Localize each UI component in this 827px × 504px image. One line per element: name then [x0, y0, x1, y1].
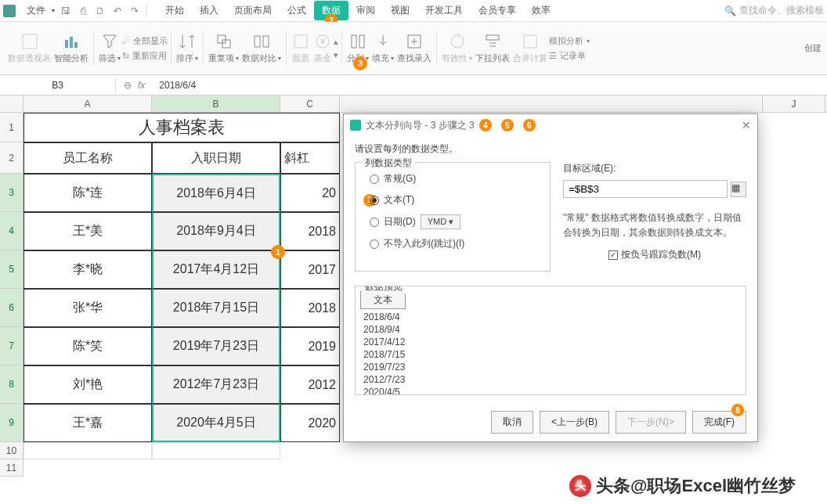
row-header-11[interactable]: 11: [0, 459, 23, 477]
cell-date[interactable]: 2018年6月4日: [152, 174, 280, 212]
empty-cell[interactable]: [152, 442, 280, 459]
radio-date[interactable]: 日期(D) YMD ▾: [370, 214, 539, 229]
cell-date[interactable]: 2019年7月23日: [152, 327, 280, 365]
filter-button[interactable]: 筛选▾: [97, 31, 122, 66]
cell-c[interactable]: 2020: [280, 404, 340, 442]
cell-name[interactable]: 陈*连: [23, 174, 152, 212]
stock-button[interactable]: 股票: [290, 31, 312, 66]
header-slash[interactable]: 斜杠: [280, 142, 340, 174]
smart-analysis-button[interactable]: 智能分析: [52, 31, 90, 66]
cell-name[interactable]: 刘*艳: [23, 365, 152, 404]
cell-c[interactable]: 2017: [280, 250, 340, 289]
print-icon[interactable]: ⎙: [77, 5, 89, 17]
tab-data[interactable]: 数据 2: [314, 1, 348, 20]
pivot-button[interactable]: 数据透视表: [6, 31, 52, 66]
cell-c[interactable]: 2018: [280, 289, 340, 327]
radio-general[interactable]: 常规(G): [370, 172, 539, 185]
search-box[interactable]: 🔍 查找命令、搜索模板: [724, 4, 824, 17]
text-to-columns-button[interactable]: 分列▾ 3: [345, 31, 370, 66]
col-header-c[interactable]: C: [280, 95, 340, 112]
create-button[interactable]: 创建: [799, 22, 827, 74]
datatype-down[interactable]: ▾: [334, 50, 338, 60]
chevron-down-icon[interactable]: ▾: [52, 7, 55, 14]
tab-dev[interactable]: 开发工具: [417, 1, 471, 20]
formula-input[interactable]: 2018/6/4: [153, 80, 202, 91]
tab-layout[interactable]: 页面布局: [226, 1, 280, 20]
cell-c[interactable]: 2012: [280, 365, 340, 404]
reapply-button[interactable]: ↻重新应用: [122, 50, 168, 62]
tab-start[interactable]: 开始: [157, 1, 192, 20]
dropdown-list-button[interactable]: 下拉列表: [474, 31, 511, 66]
row-header[interactable]: 3: [0, 174, 23, 212]
datatype-up[interactable]: ▴: [334, 37, 338, 47]
row-header[interactable]: 7: [0, 327, 23, 365]
cell-name[interactable]: 李*晓: [23, 250, 152, 289]
back-button[interactable]: <上一步(B): [540, 411, 609, 434]
cell-date[interactable]: 2017年4月12日 1: [152, 250, 280, 289]
preview-icon[interactable]: 🗋: [94, 5, 107, 17]
row-header[interactable]: 9: [0, 404, 23, 442]
tab-vip[interactable]: 会员专享: [471, 1, 524, 20]
cell-name[interactable]: 陈*笑: [23, 327, 152, 365]
undo-icon[interactable]: ↶: [111, 5, 124, 17]
cell-c[interactable]: 20: [280, 174, 340, 212]
tab-insert[interactable]: 插入: [192, 1, 226, 20]
cell-c[interactable]: 2019: [280, 327, 340, 365]
cell-name[interactable]: 王*嘉: [23, 404, 152, 442]
row-header-2[interactable]: 2: [0, 142, 23, 174]
fund-button[interactable]: ¥基金: [312, 31, 334, 66]
cell-c[interactable]: 2018: [280, 212, 340, 250]
cell-date[interactable]: 2018年9月4日: [152, 212, 280, 250]
cell-date[interactable]: 2020年4月5日: [152, 404, 280, 442]
col-header-a[interactable]: A: [23, 95, 152, 112]
simulation-button[interactable]: 模拟分析▾: [549, 35, 590, 47]
range-select-icon[interactable]: ▦: [731, 182, 746, 197]
redo-icon[interactable]: ↷: [128, 5, 141, 17]
row-header[interactable]: 4: [0, 212, 23, 250]
tab-view[interactable]: 视图: [383, 1, 417, 20]
data-compare-button[interactable]: 数据对比▾: [240, 31, 283, 66]
radio-skip[interactable]: 不导入此列(跳过)(I): [370, 237, 539, 250]
tab-review[interactable]: 审阅: [348, 1, 383, 20]
validity-button[interactable]: 有效性▾: [440, 31, 474, 66]
sort-button[interactable]: 排序▾: [175, 31, 200, 66]
cell-date[interactable]: 2018年7月15日: [152, 289, 280, 327]
cell-date[interactable]: 2012年7月23日: [152, 365, 280, 404]
title-cell[interactable]: 人事档案表: [23, 113, 340, 142]
show-all-button[interactable]: ☄全部显示: [122, 35, 168, 47]
col-header-b[interactable]: B: [152, 95, 280, 112]
row-header[interactable]: 8: [0, 365, 23, 404]
col-header-j[interactable]: J: [763, 95, 825, 112]
fx-icon[interactable]: fx: [138, 80, 145, 91]
finish-button[interactable]: 8 完成(F): [692, 411, 746, 434]
negative-checkbox[interactable]: ✓按负号跟踪负数(M): [563, 248, 746, 261]
tab-formula[interactable]: 公式: [280, 1, 314, 20]
header-date[interactable]: 入职日期: [152, 142, 280, 174]
save-icon[interactable]: 🖫: [60, 5, 72, 17]
row-header[interactable]: 6: [0, 289, 23, 327]
date-format-select[interactable]: YMD ▾: [421, 214, 461, 229]
select-all-corner[interactable]: [0, 95, 23, 112]
row-header[interactable]: 5: [0, 250, 23, 289]
cancel-button[interactable]: 取消: [491, 411, 533, 434]
menu-file[interactable]: 文件: [20, 1, 52, 20]
cell-name[interactable]: 张*华: [23, 289, 152, 327]
header-name[interactable]: 员工名称: [23, 142, 152, 174]
dialog-titlebar[interactable]: 文本分列向导 - 3 步骤之 3 4 5 6 ✕: [344, 114, 757, 136]
duplicates-button[interactable]: 重复项▾: [207, 31, 240, 66]
target-input[interactable]: [563, 180, 728, 198]
find-entry-button[interactable]: 查找录入: [395, 31, 433, 66]
close-icon[interactable]: ✕: [742, 119, 751, 131]
record-button[interactable]: ☰ 记录单: [549, 50, 590, 62]
cancel-icon[interactable]: ⊖: [124, 80, 132, 91]
row-header-10[interactable]: 10: [0, 442, 23, 459]
empty-cell[interactable]: [23, 442, 152, 459]
name-box[interactable]: B3: [0, 78, 116, 92]
tab-efficiency[interactable]: 效率: [524, 1, 558, 20]
radio-text[interactable]: 7 文本(T): [370, 193, 539, 207]
dialog-icon: [350, 120, 361, 131]
consolidate-button[interactable]: 合并计算: [511, 31, 549, 66]
row-header-1[interactable]: 1: [0, 113, 23, 142]
fill-button[interactable]: 填充▾: [370, 31, 395, 66]
cell-name[interactable]: 王*美: [23, 212, 152, 250]
